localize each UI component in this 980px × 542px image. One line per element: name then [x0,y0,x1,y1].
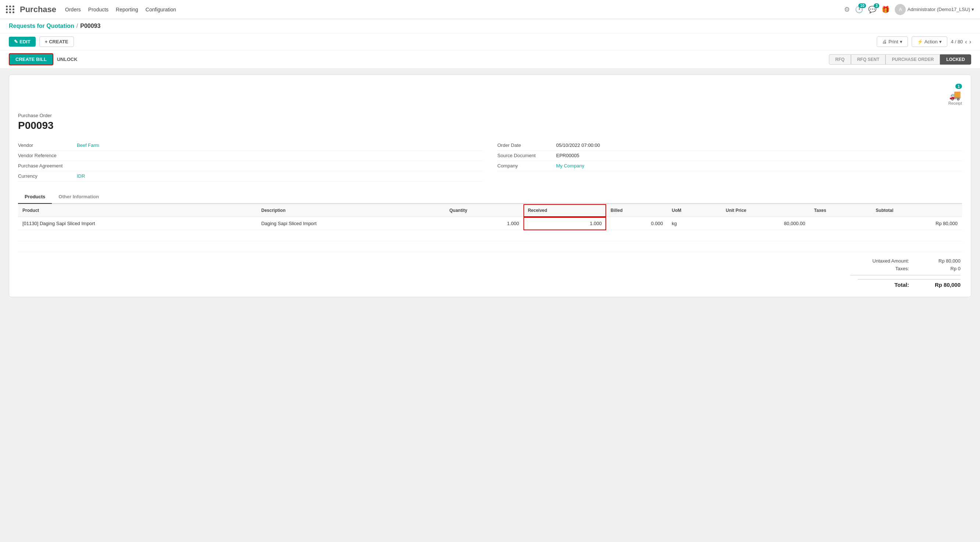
gift-icon[interactable]: 🎁 [881,5,889,14]
receipt-link[interactable]: 1 🚚 Receipt [948,84,962,105]
nav-configuration[interactable]: Configuration [146,5,176,14]
status-bar: CREATE BILL UNLOCK RFQ RFQ SENT PURCHASE… [0,50,980,69]
settings-icon[interactable]: ⚙ [844,5,850,14]
breadcrumb-parent[interactable]: Requests for Quotation [9,23,74,29]
clock-icon[interactable]: 🕐 10 [855,5,863,14]
printer-icon: 🖨 [882,39,887,44]
chevron-down-icon: ▾ [972,6,974,12]
cell-uom: kg [667,217,721,230]
col-billed: Billed [606,204,667,217]
breadcrumb-separator: / [76,23,78,29]
status-steps: RFQ RFQ SENT PURCHASE ORDER LOCKED [829,54,971,65]
cell-received: 1.000 [523,217,606,230]
edit-button[interactable]: ✎ EDIT [9,37,36,47]
grid-icon[interactable] [6,5,15,13]
untaxed-label: Untaxed Amount: [858,258,909,264]
col-received: Received [523,204,606,217]
field-vendor-ref: Vendor Reference [18,151,483,161]
action-bar: ✎ EDIT + CREATE 🖨 Print ▾ ⚡ Action ▾ 4 /… [0,33,980,50]
field-purchase-agreement: Purchase Agreement [18,161,483,171]
main-content: 1 🚚 Receipt Purchase Order P00093 Vendor… [0,69,980,303]
source-doc-value: EPR00005 [556,153,579,158]
plus-icon: + [45,39,48,44]
print-button[interactable]: 🖨 Print ▾ [877,36,908,47]
action-icon: ⚡ [917,39,923,44]
step-rfq-sent[interactable]: RFQ SENT [851,54,886,65]
cell-taxes [810,217,872,230]
receipt-count: 1 [955,84,962,89]
cell-billed: 0.000 [606,217,667,230]
app-brand[interactable]: Purchase [20,5,56,14]
fields-right: Order Date 05/10/2022 07:00:00 Source Do… [497,140,962,181]
order-type-label: Purchase Order [18,113,962,118]
total-untaxed-row: Untaxed Amount: Rp 80,000 [858,258,961,264]
order-number: P00093 [18,120,962,132]
topnav-right: ⚙ 🕐 10 💬 3 🎁 A Administrator (Demo17_LSU… [844,4,974,15]
total-label: Total: [858,282,909,288]
chat-icon[interactable]: 💬 3 [868,5,877,14]
cell-subtotal: Rp 80,000 [871,217,962,230]
taxes-label: Taxes: [858,266,909,271]
col-unit-price: Unit Price [721,204,810,217]
field-order-date: Order Date 05/10/2022 07:00:00 [497,140,962,151]
user-menu[interactable]: A Administrator (Demo17_LSU) ▾ [895,4,974,15]
step-locked[interactable]: LOCKED [940,54,971,65]
col-product: Product [18,204,257,217]
nav-orders[interactable]: Orders [65,5,81,14]
pager: 4 / 80 ‹ › [951,38,971,45]
step-rfq[interactable]: RFQ [829,54,851,65]
create-button[interactable]: + CREATE [39,36,74,47]
totals-section: Untaxed Amount: Rp 80,000 Taxes: Rp 0 To… [18,258,962,288]
fields-left: Vendor Beef Farm Vendor Reference Purcha… [18,140,483,181]
products-table: Product Description Quantity Received Bi… [18,204,962,252]
tab-products[interactable]: Products [18,190,52,204]
field-source-doc: Source Document EPR00005 [497,151,962,161]
total-taxes-row: Taxes: Rp 0 [858,266,961,271]
tabs: Products Other Information [18,190,962,204]
pager-count: 4 / 80 [951,39,963,44]
pager-next-button[interactable]: › [969,38,971,45]
edit-icon: ✎ [14,39,18,44]
breadcrumb: Requests for Quotation / P00093 [0,19,980,33]
topnav: Purchase Orders Products Reporting Confi… [0,0,980,19]
breadcrumb-current: P00093 [80,23,100,29]
vendor-value[interactable]: Beef Farm [77,143,99,148]
empty-row-2 [18,241,962,252]
chat-badge: 3 [874,3,880,8]
col-subtotal: Subtotal [871,204,962,217]
print-chevron-icon: ▾ [900,39,902,44]
action-button[interactable]: ⚡ Action ▾ [912,36,947,47]
field-currency: Currency IDR [18,171,483,181]
col-taxes: Taxes [810,204,872,217]
truck-icon: 🚚 [949,90,961,101]
field-vendor: Vendor Beef Farm [18,140,483,151]
order-date-value: 05/10/2022 07:00:00 [556,143,600,148]
tab-other-info[interactable]: Other Information [52,190,105,204]
cell-unit-price: 80,000.00 [721,217,810,230]
fields-grid: Vendor Beef Farm Vendor Reference Purcha… [18,140,962,181]
pager-prev-button[interactable]: ‹ [965,38,967,45]
user-name: Administrator (Demo17_LSU) [907,6,970,12]
cell-description: Daging Sapi Sliced Import [257,217,445,230]
receipt-label: Receipt [948,101,962,105]
table-row: [01130] Daging Sapi Sliced Import Daging… [18,217,962,230]
cell-product: [01130] Daging Sapi Sliced Import [18,217,257,230]
company-value[interactable]: My Company [556,163,584,168]
top-nav-menu: Orders Products Reporting Configuration [65,5,844,14]
col-description: Description [257,204,445,217]
step-purchase-order[interactable]: PURCHASE ORDER [886,54,940,65]
total-value: Rp 80,000 [924,282,961,288]
field-company: Company My Company [497,161,962,171]
taxes-value: Rp 0 [924,266,961,271]
currency-value[interactable]: IDR [77,173,85,179]
content-card: 1 🚚 Receipt Purchase Order P00093 Vendor… [9,74,971,297]
unlock-button[interactable]: UNLOCK [57,57,78,62]
cell-quantity: 1.000 [445,217,523,230]
nav-products[interactable]: Products [88,5,108,14]
clock-badge: 10 [858,3,866,8]
create-bill-button[interactable]: CREATE BILL [9,53,53,65]
total-grand-row: Total: Rp 80,000 [858,279,961,288]
nav-reporting[interactable]: Reporting [116,5,138,14]
action-chevron-icon: ▾ [939,39,942,44]
col-uom: UoM [667,204,721,217]
